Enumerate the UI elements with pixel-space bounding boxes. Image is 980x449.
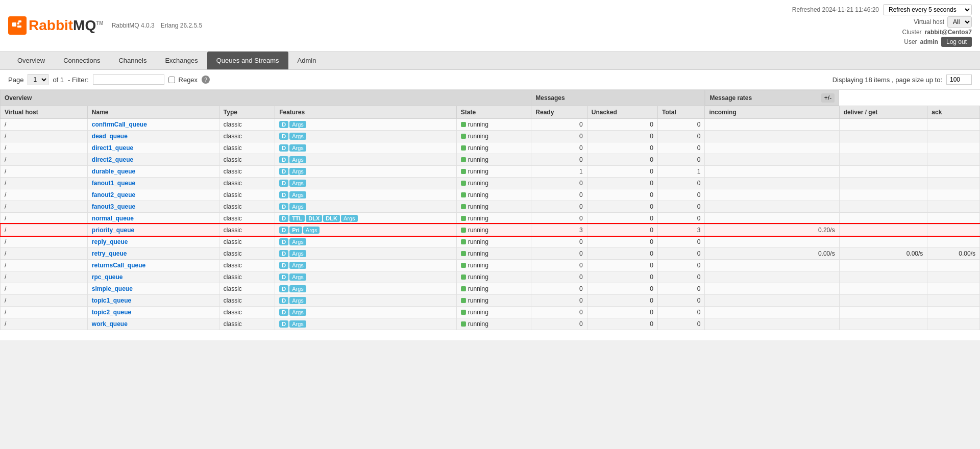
queue-name-link[interactable]: normal_queue <box>92 215 134 222</box>
cell-type: classic <box>219 212 275 224</box>
feature-tag-args[interactable]: Args <box>289 144 306 152</box>
feature-tag-pri[interactable]: Pri <box>289 227 302 234</box>
feature-tag-args[interactable]: Args <box>289 262 306 269</box>
queue-name-link[interactable]: topic1_queue <box>92 297 131 304</box>
state-dot <box>461 310 466 315</box>
page-select[interactable]: 1 <box>28 74 48 85</box>
queue-name-link[interactable]: simple_queue <box>92 285 133 292</box>
refresh-select[interactable]: Refresh every 5 seconds Refresh every 10… <box>883 4 972 15</box>
queue-name-link[interactable]: returnsCall_queue <box>92 262 145 269</box>
feature-tag-args[interactable]: Args <box>289 156 306 163</box>
feature-tag-d[interactable]: D <box>279 121 288 128</box>
feature-tag-dlk[interactable]: DLK <box>323 215 340 222</box>
nav-connections[interactable]: Connections <box>54 52 109 69</box>
queue-name-link[interactable]: confirmCall_queue <box>92 121 147 128</box>
feature-tag-d[interactable]: D <box>279 144 288 152</box>
queue-name-link[interactable]: topic2_queue <box>92 309 131 316</box>
cell-unacked: 0 <box>587 154 657 165</box>
regex-checkbox[interactable] <box>168 77 175 83</box>
cell-incoming <box>705 165 839 177</box>
queue-name-link[interactable]: reply_queue <box>92 238 128 245</box>
page-size-input[interactable] <box>946 74 972 85</box>
feature-tag-d[interactable]: D <box>279 227 288 234</box>
cell-deliver-get: 0.00/s <box>839 247 927 259</box>
feature-tag-d[interactable]: D <box>279 273 288 281</box>
feature-tag-args[interactable]: Args <box>289 168 306 175</box>
queue-name-link[interactable]: work_queue <box>92 320 128 328</box>
feature-tag-args[interactable]: Args <box>289 320 306 328</box>
queue-name-link[interactable]: fanout1_queue <box>92 180 135 187</box>
feature-tag-d[interactable]: D <box>279 285 288 292</box>
filter-input[interactable] <box>93 74 164 85</box>
cell-unacked: 0 <box>587 247 657 259</box>
feature-tag-d[interactable]: D <box>279 133 288 140</box>
plus-minus-button[interactable]: +/- <box>821 93 835 103</box>
cell-unacked: 0 <box>587 130 657 142</box>
feature-tag-args[interactable]: Args <box>341 215 358 222</box>
nav-exchanges[interactable]: Exchanges <box>156 52 207 69</box>
cell-type: classic <box>219 142 275 154</box>
feature-tag-args[interactable]: Args <box>289 309 306 316</box>
nav-queues-and-streams[interactable]: Queues and Streams <box>207 52 288 69</box>
feature-tag-d[interactable]: D <box>279 309 288 316</box>
feature-tag-args[interactable]: Args <box>289 297 306 304</box>
displaying-text: Displaying 18 items , page size up to: <box>832 76 942 84</box>
feature-tag-args[interactable]: Args <box>289 133 306 140</box>
queue-name-link[interactable]: rpc_queue <box>92 273 123 281</box>
cell-state: running <box>456 236 531 247</box>
help-icon[interactable]: ? <box>202 76 210 84</box>
queue-name-link[interactable]: direct1_queue <box>92 144 133 152</box>
feature-tag-d[interactable]: D <box>279 238 288 245</box>
queue-name-link[interactable]: direct2_queue <box>92 156 133 163</box>
feature-tag-d[interactable]: D <box>279 156 288 163</box>
cell-incoming <box>705 154 839 165</box>
nav-overview[interactable]: Overview <box>8 52 54 69</box>
virtual-host-select[interactable]: All / <box>947 16 972 28</box>
cell-incoming <box>705 201 839 212</box>
cell-ack <box>927 165 980 177</box>
feature-tag-args[interactable]: Args <box>289 273 306 281</box>
cell-incoming <box>705 142 839 154</box>
page-right: Displaying 18 items , page size up to: <box>832 74 972 85</box>
feature-tag-d[interactable]: D <box>279 215 288 222</box>
queue-name-link[interactable]: priority_queue <box>92 227 134 234</box>
cell-total: 0 <box>658 318 705 330</box>
nav-channels[interactable]: Channels <box>109 52 156 69</box>
cell-state: running <box>456 165 531 177</box>
cell-total: 0 <box>658 294 705 306</box>
feature-tag-d[interactable]: D <box>279 180 288 187</box>
feature-tag-args[interactable]: Args <box>289 203 306 210</box>
queue-name-link[interactable]: durable_queue <box>92 168 135 175</box>
feature-tag-args[interactable]: Args <box>289 250 306 257</box>
queue-name-link[interactable]: dead_queue <box>92 133 128 140</box>
feature-tag-d[interactable]: D <box>279 262 288 269</box>
feature-tag-d[interactable]: D <box>279 203 288 210</box>
feature-tag-d[interactable]: D <box>279 320 288 328</box>
feature-tag-args[interactable]: Args <box>289 285 306 292</box>
feature-tag-args[interactable]: Args <box>289 180 306 187</box>
logout-button[interactable]: Log out <box>941 37 972 47</box>
feature-tag-d[interactable]: D <box>279 297 288 304</box>
feature-tag-args[interactable]: Args <box>303 227 320 234</box>
feature-tag-ttl[interactable]: TTL <box>289 215 305 222</box>
queue-name-link[interactable]: fanout3_queue <box>92 203 135 210</box>
cell-name: topic1_queue <box>87 294 219 306</box>
feature-tag-dlx[interactable]: DLX <box>306 215 322 222</box>
table-row: / dead_queue classic DArgs running 0 0 0 <box>1 130 980 142</box>
queue-name-link[interactable]: retry_queue <box>92 250 127 257</box>
nav-admin[interactable]: Admin <box>288 52 326 69</box>
feature-tag-args[interactable]: Args <box>289 191 306 198</box>
feature-tag-args[interactable]: Args <box>289 238 306 245</box>
cell-deliver-get <box>839 142 927 154</box>
cell-name: reply_queue <box>87 236 219 247</box>
cell-features: DArgs <box>275 154 457 165</box>
cell-total: 0 <box>658 177 705 189</box>
feature-tag-d[interactable]: D <box>279 250 288 257</box>
queue-name-link[interactable]: fanout2_queue <box>92 191 135 198</box>
feature-tag-d[interactable]: D <box>279 168 288 175</box>
cell-deliver-get <box>839 154 927 165</box>
feature-tag-args[interactable]: Args <box>289 121 306 128</box>
cell-type: classic <box>219 294 275 306</box>
feature-tag-d[interactable]: D <box>279 191 288 198</box>
cell-ack <box>927 154 980 165</box>
